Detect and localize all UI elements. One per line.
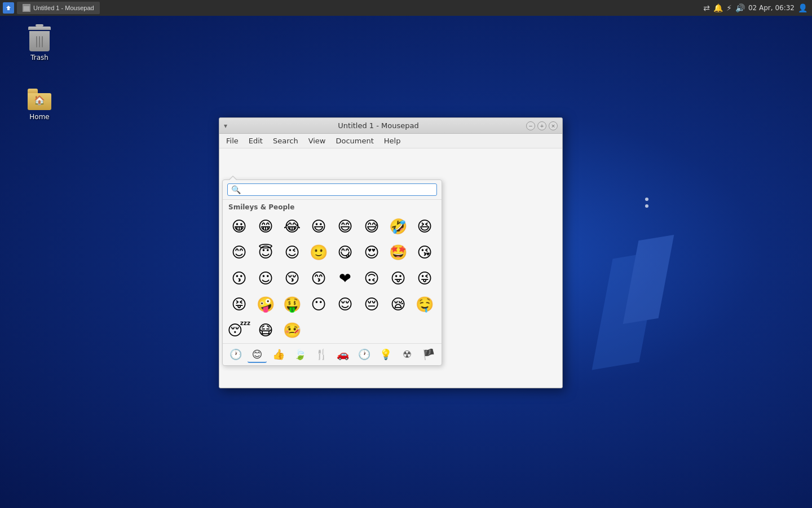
maximize-button[interactable]: + bbox=[537, 121, 546, 130]
close-button[interactable]: × bbox=[549, 121, 558, 130]
emoji-cell-11[interactable]: 🙂 bbox=[306, 239, 332, 265]
trash-line-1 bbox=[36, 36, 37, 47]
folder-tab bbox=[28, 89, 38, 93]
user-icon[interactable]: 👤 bbox=[798, 3, 807, 12]
emoji-cell-20[interactable]: ❤ bbox=[332, 265, 358, 291]
emoji-grid: 😀😁😂😃😄😅🤣😆😊😇😉🙂😋😍🤩😘😗☺😚😙❤🙃😛😜😝🤪🤑😶😌😔😪🤤😴😷🤒 bbox=[223, 213, 442, 343]
emoji-cell-0[interactable]: 😀 bbox=[226, 213, 252, 239]
menu-document[interactable]: Document bbox=[331, 135, 378, 146]
clock: 02 Apr, 06:32 bbox=[748, 4, 795, 12]
trash-line-2 bbox=[39, 36, 40, 47]
emoji-cell-12[interactable]: 😋 bbox=[332, 239, 358, 265]
emoji-cell-7[interactable]: 😆 bbox=[412, 213, 438, 239]
menu-view[interactable]: View bbox=[304, 135, 330, 146]
emoji-cell-21[interactable]: 🙃 bbox=[359, 265, 385, 291]
emoji-cell-32[interactable]: 😴 bbox=[226, 317, 252, 343]
trash-line-3 bbox=[42, 36, 43, 47]
folder-base: 🏠 bbox=[28, 93, 51, 110]
emoji-cell-31[interactable]: 🤤 bbox=[412, 291, 438, 317]
emoji-cell-23[interactable]: 😜 bbox=[412, 265, 438, 291]
emoji-category-objects[interactable]: 💡 bbox=[376, 346, 395, 363]
emoji-cell-24[interactable]: 😝 bbox=[226, 291, 252, 317]
trash-icon-img bbox=[26, 25, 53, 52]
emoji-search-wrap: 🔍 bbox=[227, 183, 437, 196]
menu-search[interactable]: Search bbox=[268, 135, 303, 146]
trash-can bbox=[29, 27, 50, 51]
emoji-cell-9[interactable]: 😇 bbox=[253, 239, 279, 265]
window-controls: − + × bbox=[526, 121, 558, 130]
bolt-icon[interactable]: ⚡ bbox=[726, 3, 732, 12]
emoji-cell-16[interactable]: 😗 bbox=[226, 265, 252, 291]
emoji-cell-15[interactable]: 😘 bbox=[412, 239, 438, 265]
emoji-category-recent[interactable]: 🕐 bbox=[226, 346, 245, 363]
window-menu-arrow[interactable]: ▾ bbox=[224, 122, 227, 130]
emoji-category-symbols[interactable]: ☢ bbox=[398, 346, 417, 363]
home-label: Home bbox=[29, 113, 49, 121]
emoji-cell-30[interactable]: 😪 bbox=[385, 291, 411, 317]
taskbar: Untitled 1 - Mousepad ⇄ 🔔 ⚡ 🔊 02 Apr, 06… bbox=[0, 0, 812, 16]
mousepad-window: ▾ Untitled 1 - Mousepad − + × File Edit … bbox=[219, 117, 563, 388]
emoji-search-bar: 🔍 bbox=[223, 180, 442, 200]
window-content: 🔍 Smileys & People 😀😁😂😃😄😅🤣😆😊😇😉🙂😋😍🤩😘😗☺😚😙❤… bbox=[219, 148, 562, 387]
emoji-picker-arrow bbox=[228, 176, 237, 180]
emoji-category-smileys[interactable]: 😊 bbox=[248, 346, 267, 363]
emoji-category-food[interactable]: 🍴 bbox=[312, 346, 331, 363]
taskbar-window-label: Untitled 1 - Mousepad bbox=[33, 5, 94, 11]
emoji-cell-14[interactable]: 🤩 bbox=[385, 239, 411, 265]
app-logo bbox=[3, 2, 14, 14]
taskbar-left: Untitled 1 - Mousepad bbox=[0, 2, 100, 14]
emoji-picker: 🔍 Smileys & People 😀😁😂😃😄😅🤣😆😊😇😉🙂😋😍🤩😘😗☺😚😙❤… bbox=[222, 179, 442, 366]
emoji-cell-1[interactable]: 😁 bbox=[253, 213, 279, 239]
home-icon-img: 🏠 bbox=[26, 85, 53, 112]
emoji-cell-25[interactable]: 🤪 bbox=[253, 291, 279, 317]
emoji-cell-28[interactable]: 😌 bbox=[332, 291, 358, 317]
emoji-cell-18[interactable]: 😚 bbox=[279, 265, 305, 291]
emoji-cell-22[interactable]: 😛 bbox=[385, 265, 411, 291]
volume-icon[interactable]: 🔊 bbox=[735, 3, 745, 12]
emoji-cell-13[interactable]: 😍 bbox=[359, 239, 385, 265]
emoji-category-thumbsup[interactable]: 👍 bbox=[269, 346, 288, 363]
trash-lines bbox=[36, 36, 43, 47]
emoji-category-flags[interactable]: 🏴 bbox=[419, 346, 438, 363]
minimize-button[interactable]: − bbox=[526, 121, 535, 130]
home-folder: 🏠 bbox=[28, 86, 51, 110]
emoji-category-nature[interactable]: 🍃 bbox=[290, 346, 310, 363]
app-menu-button[interactable] bbox=[2, 2, 15, 14]
trash-label: Trash bbox=[30, 54, 48, 62]
house-symbol: 🏠 bbox=[34, 95, 45, 106]
menu-file[interactable]: File bbox=[222, 135, 243, 146]
bell-icon[interactable]: 🔔 bbox=[713, 3, 723, 12]
desktop-icon-trash[interactable]: Trash bbox=[17, 25, 62, 62]
emoji-cell-4[interactable]: 😄 bbox=[332, 213, 358, 239]
emoji-cell-6[interactable]: 🤣 bbox=[385, 213, 411, 239]
menu-help[interactable]: Help bbox=[379, 135, 405, 146]
desktop: Untitled 1 - Mousepad ⇄ 🔔 ⚡ 🔊 02 Apr, 06… bbox=[0, 0, 812, 508]
emoji-cell-10[interactable]: 😉 bbox=[279, 239, 305, 265]
emoji-cell-3[interactable]: 😃 bbox=[306, 213, 332, 239]
emoji-cell-17[interactable]: ☺ bbox=[253, 265, 279, 291]
emoji-cell-2[interactable]: 😂 bbox=[279, 213, 305, 239]
taskbar-window-button[interactable]: Untitled 1 - Mousepad bbox=[17, 2, 100, 14]
decorative-dots bbox=[645, 198, 648, 211]
emoji-cell-34[interactable]: 🤒 bbox=[279, 317, 305, 343]
emoji-category-travel[interactable]: 🚗 bbox=[333, 346, 352, 363]
emoji-cell-33[interactable]: 😷 bbox=[253, 317, 279, 343]
emoji-cell-5[interactable]: 😅 bbox=[359, 213, 385, 239]
menu-edit[interactable]: Edit bbox=[244, 135, 267, 146]
emoji-cell-19[interactable]: 😙 bbox=[306, 265, 332, 291]
emoji-section-label: Smileys & People bbox=[223, 200, 442, 213]
trash-lid bbox=[28, 27, 51, 30]
emoji-cell-26[interactable]: 🤑 bbox=[279, 291, 305, 317]
emoji-search-input[interactable] bbox=[243, 186, 433, 194]
emoji-cell-27[interactable]: 😶 bbox=[306, 291, 332, 317]
emoji-category-bar: 🕐😊👍🍃🍴🚗🕐💡☢🏴 bbox=[223, 343, 442, 365]
emoji-category-activity[interactable]: 🕐 bbox=[355, 346, 374, 363]
taskbar-right: ⇄ 🔔 ⚡ 🔊 02 Apr, 06:32 👤 bbox=[703, 3, 812, 12]
window-icon bbox=[23, 4, 30, 12]
desktop-icon-home[interactable]: 🏠 Home bbox=[17, 85, 62, 121]
emoji-cell-8[interactable]: 😊 bbox=[226, 239, 252, 265]
desktop-decoration bbox=[586, 226, 699, 395]
emoji-cell-29[interactable]: 😔 bbox=[359, 291, 385, 317]
search-icon: 🔍 bbox=[231, 185, 241, 194]
arrows-icon[interactable]: ⇄ bbox=[703, 3, 710, 12]
